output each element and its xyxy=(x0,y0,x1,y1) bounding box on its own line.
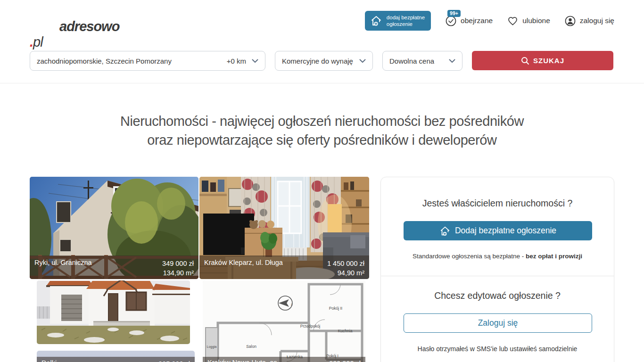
floorplan-room-label: Kuchnia xyxy=(338,329,353,333)
floorplan-room-label: Przedpokój xyxy=(300,324,321,329)
viewed-count-badge: 99+ xyxy=(447,10,461,17)
search-icon xyxy=(521,57,529,65)
category-value: Komercyjne do wynaję xyxy=(282,57,353,65)
edit-heading: Chcesz edytować ogłoszenie ? xyxy=(404,290,591,301)
logo-dot: . xyxy=(30,34,33,49)
listing-price: 600 000 zł xyxy=(329,360,361,362)
floorplan-room-label: Pokój II xyxy=(329,306,342,311)
radius-value: +0 km xyxy=(227,57,246,65)
heart-icon xyxy=(507,15,519,27)
page-title-line2: oraz niepowtarzające się oferty pośredni… xyxy=(0,131,644,149)
listing-caption: Kraków Kleparz, ul. Długa 1 450 000 zł 9… xyxy=(199,255,369,279)
search-button[interactable]: SZUKAJ xyxy=(472,51,613,70)
house-plus-icon xyxy=(370,15,382,27)
listing-card-ryki[interactable]: Ryki, ul. Graniczna 349 000 zł 134,90 m² xyxy=(30,177,198,279)
listing-price: 895 000 zł xyxy=(158,360,190,362)
page-title: Nieruchomości - najwięcej ogłoszeń nieru… xyxy=(0,112,644,149)
category-select[interactable]: Komercyjne do wynaję xyxy=(275,51,373,71)
nav-viewed-label: obejrzane xyxy=(461,16,493,25)
add-listing-label-line1: dodaj bezpłatne xyxy=(387,15,425,20)
chevron-down-icon xyxy=(449,59,455,63)
add-free-listing-label: Dodaj bezpłatne ogłoszenie xyxy=(455,226,556,236)
chevron-down-icon xyxy=(359,59,366,63)
listing-card-nowa-huta[interactable]: z Pokój II Przedpokój Kuchnia Salon Logg… xyxy=(203,280,365,362)
hero-section: Nieruchomości - najwięcej ogłoszeń nieru… xyxy=(0,112,644,149)
listing-area: 94,90 m² xyxy=(338,269,364,277)
main-content: Ryki, ul. Graniczna 349 000 zł 134,90 m² xyxy=(0,177,644,362)
owner-note-bold: bez opłat i prowizji xyxy=(526,253,582,260)
search-button-label: SZUKAJ xyxy=(533,57,564,65)
listing-card-kleparz[interactable]: Kraków Kleparz, ul. Długa 1 450 000 zł 9… xyxy=(199,177,369,279)
chevron-down-icon xyxy=(252,59,258,63)
listing-location: Dalki xyxy=(41,359,57,362)
listing-location: Ryki, ul. Graniczna xyxy=(34,259,92,276)
nav-login-label: zaloguj się xyxy=(580,16,614,25)
user-icon xyxy=(564,15,576,27)
price-select[interactable]: Dowolna cena xyxy=(382,51,462,71)
location-value: zachodniopomorskie, Szczecin Pomorzany xyxy=(37,57,172,65)
price-value: Dowolna cena xyxy=(389,57,434,65)
page-title-line1: Nieruchomości - najwięcej ogłoszeń nieru… xyxy=(0,112,644,131)
nav-favorites[interactable]: ulubione xyxy=(507,15,550,27)
listing-price: 349 000 zł xyxy=(162,260,194,267)
listing-location: Kraków Nowa Huta, os xyxy=(207,359,277,362)
top-bar: adresowo.pl dodaj bezpłatne ogłoszenie 9… xyxy=(0,0,644,41)
add-listing-button[interactable]: dodaj bezpłatne ogłoszenie xyxy=(365,11,431,31)
owner-note: Standardowe ogłoszenia są bezpłatne - be… xyxy=(404,253,591,260)
house-plus-icon xyxy=(439,225,451,237)
listing-caption: Kraków Nowa Huta, os 600 000 zł xyxy=(203,357,365,362)
login-button-label: Zaloguj się xyxy=(478,318,518,328)
add-free-listing-button[interactable]: Dodaj bezpłatne ogłoszenie xyxy=(404,221,592,240)
logo-text-tld: pl xyxy=(33,34,43,49)
listing-card-house[interactable] xyxy=(37,280,190,344)
add-listing-label: dodaj bezpłatne ogłoszenie xyxy=(387,14,425,27)
logo-text-main: adresowo xyxy=(30,19,149,34)
listing-price: 1 450 000 zł xyxy=(327,260,364,267)
listing-photo-white-house xyxy=(37,280,190,344)
owner-note-text: Standardowe ogłoszenia są bezpłatne - xyxy=(413,253,526,260)
floorplan-room-label: Loggia xyxy=(206,345,216,349)
location-input[interactable]: zachodniopomorskie, Szczecin Pomorzany +… xyxy=(30,51,265,71)
edit-section: Chcesz edytować ogłoszenie ? Zaloguj się… xyxy=(381,276,614,362)
nav-favorites-label: ulubione xyxy=(522,16,550,25)
listing-area: 134,90 m² xyxy=(163,269,194,277)
site-logo[interactable]: adresowo.pl xyxy=(30,0,149,50)
compass-label: z xyxy=(291,302,293,306)
owner-heading: Jesteś właścicielem nieruchomości ? xyxy=(404,198,591,209)
floorplan-room-label: Salon xyxy=(246,344,256,349)
add-listing-label-line2: ogłoszenie xyxy=(387,21,413,27)
login-button[interactable]: Zaloguj się xyxy=(404,313,592,333)
nav-login[interactable]: zaloguj się xyxy=(564,15,614,27)
listing-floorplan: z Pokój II Przedpokój Kuchnia Salon Logg… xyxy=(203,280,365,362)
listing-caption: Ryki, ul. Graniczna 349 000 zł 134,90 m² xyxy=(30,255,198,279)
top-nav: dodaj bezpłatne ogłoszenie 99+ obejrzane… xyxy=(365,11,614,31)
owner-panel: Jesteś właścicielem nieruchomości ? Doda… xyxy=(380,177,614,362)
featured-listings: Ryki, ul. Graniczna 349 000 zł 134,90 m² xyxy=(30,177,369,362)
listing-caption: Dalki 895 000 zł xyxy=(37,357,195,362)
listing-card-dalki[interactable]: Dalki 895 000 zł xyxy=(37,351,195,362)
nav-viewed[interactable]: 99+ obejrzane xyxy=(445,15,493,27)
listing-location: Kraków Kleparz, ul. Długa xyxy=(204,259,283,276)
edit-note: Hasło otrzymałeś w SMS'ie lub ustawiłeś … xyxy=(404,345,591,353)
owner-section: Jesteś właścicielem nieruchomości ? Doda… xyxy=(381,177,614,276)
